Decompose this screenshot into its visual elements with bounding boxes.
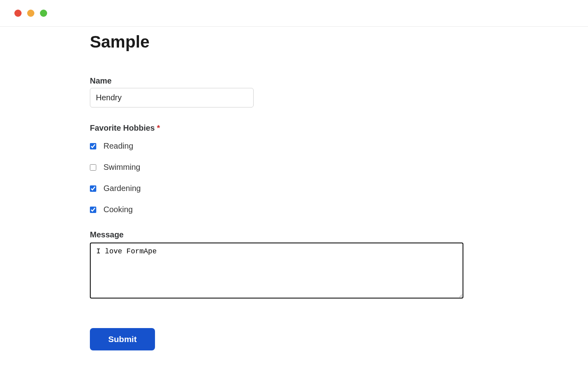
checkbox-label-reading[interactable]: Reading bbox=[103, 141, 133, 151]
checkbox-swimming[interactable] bbox=[90, 164, 96, 171]
window-chrome bbox=[0, 0, 588, 27]
name-field-group: Name bbox=[90, 76, 465, 107]
window-minimize-button[interactable] bbox=[27, 10, 34, 17]
hobbies-field-group: Favorite Hobbies * Reading Swimming Gard… bbox=[90, 123, 465, 214]
checkbox-row-swimming: Swimming bbox=[90, 163, 465, 172]
checkbox-row-cooking: Cooking bbox=[90, 205, 465, 214]
name-label: Name bbox=[90, 76, 465, 86]
hobbies-label: Favorite Hobbies * bbox=[90, 123, 465, 133]
page-title: Sample bbox=[90, 32, 465, 52]
window-close-button[interactable] bbox=[14, 10, 22, 17]
form-container: Sample Name Favorite Hobbies * Reading S… bbox=[90, 27, 465, 350]
name-input[interactable] bbox=[90, 88, 254, 107]
checkbox-cooking[interactable] bbox=[90, 207, 96, 213]
checkbox-label-swimming[interactable]: Swimming bbox=[103, 163, 140, 172]
checkbox-reading[interactable] bbox=[90, 143, 96, 149]
message-field-group: Message bbox=[90, 230, 465, 300]
message-label: Message bbox=[90, 230, 465, 239]
checkbox-row-reading: Reading bbox=[90, 141, 465, 151]
checkbox-gardening[interactable] bbox=[90, 185, 96, 192]
submit-button[interactable]: Submit bbox=[90, 328, 155, 350]
required-indicator: * bbox=[157, 123, 160, 132]
window-maximize-button[interactable] bbox=[40, 10, 47, 17]
hobbies-label-text: Favorite Hobbies bbox=[90, 123, 155, 132]
message-textarea[interactable] bbox=[90, 243, 463, 298]
checkbox-label-gardening[interactable]: Gardening bbox=[103, 184, 141, 193]
checkbox-row-gardening: Gardening bbox=[90, 184, 465, 193]
checkbox-label-cooking[interactable]: Cooking bbox=[103, 205, 133, 214]
hobbies-checkbox-list: Reading Swimming Gardening Cooking bbox=[90, 141, 465, 214]
